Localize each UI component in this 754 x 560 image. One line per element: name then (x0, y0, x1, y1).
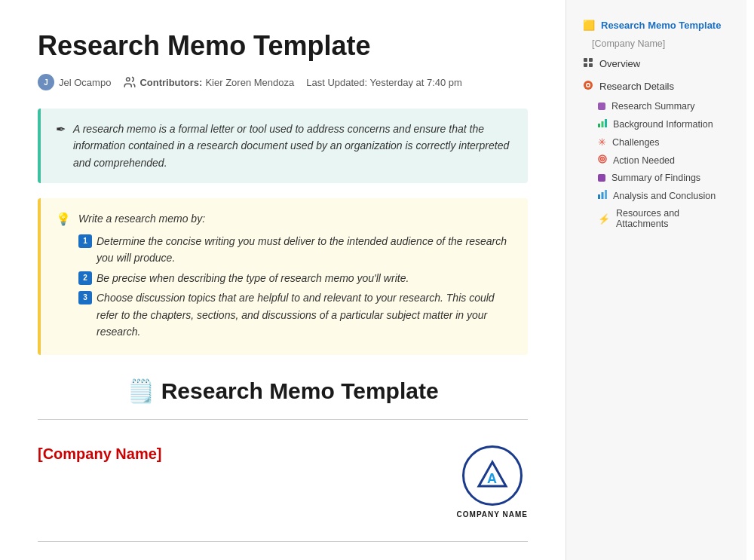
sidebar-item-challenges[interactable]: ✳ Challenges (571, 133, 742, 151)
step-2-num: 2 (78, 271, 92, 285)
contributors-names: Kier Zoren Mendoza (205, 77, 294, 88)
document-title: 🗒️ Research Memo Template (38, 378, 528, 404)
svg-rect-17 (602, 192, 604, 199)
summary-findings-icon (598, 174, 605, 182)
challenges-icon: ✳ (598, 136, 606, 148)
svg-rect-18 (605, 190, 607, 199)
main-content: Research Memo Template J Jel Ocampo Cont… (0, 0, 566, 560)
last-updated-value: Yesterday at 7:40 pm (370, 77, 462, 88)
document-title-row: 🗒️ Research Memo Template (38, 378, 528, 404)
sidebar-company-name[interactable]: [Company Name] (571, 35, 742, 52)
resources-attachments-icon: ⚡ (598, 213, 610, 225)
svg-point-15 (602, 158, 603, 160)
document-title-text: Research Memo Template (161, 378, 439, 403)
step-1: 1 Determine the concise writing you must… (78, 233, 513, 267)
svg-rect-4 (589, 58, 593, 62)
challenges-label: Challenges (612, 137, 660, 148)
resources-attachments-label: Resources and Attachments (616, 208, 730, 229)
sidebar-item-research-summary[interactable]: Research Summary (571, 98, 742, 115)
logo-text: COMPANY NAME (457, 510, 528, 519)
document-section: 🗒️ Research Memo Template [Company Name] (38, 378, 528, 542)
sidebar-top-label: Research Memo Template (601, 20, 721, 31)
contributors-icon (123, 75, 136, 89)
callout-yellow-body: Write a research memo by: 1 Determine th… (78, 210, 513, 343)
company-name-placeholder: [Company Name] (38, 445, 161, 463)
step-2: 2 Be precise when describing the type of… (78, 270, 513, 286)
sidebar-item-summary-findings[interactable]: Summary of Findings (571, 170, 742, 186)
contributors-info: Contributors: Kier Zoren Mendoza (123, 75, 294, 89)
logo-area: A COMPANY NAME (457, 445, 528, 519)
sidebar-company-name-text: [Company Name] (592, 38, 665, 49)
document-divider-bottom (38, 541, 528, 542)
action-needed-label: Action Needed (613, 155, 675, 166)
svg-rect-6 (589, 63, 593, 67)
analysis-conclusion-label: Analysis and Conclusion (613, 191, 716, 201)
svg-rect-16 (598, 194, 600, 199)
background-info-icon (598, 118, 607, 130)
research-summary-icon (598, 103, 605, 110)
action-needed-icon (598, 155, 607, 166)
sidebar-item-resources-attachments[interactable]: ⚡ Resources and Attachments (571, 205, 742, 232)
author-info: J Jel Ocampo (38, 74, 111, 90)
document-body: [Company Name] A COMPANY NAME (38, 438, 528, 534)
contributors-label: Contributors: (139, 77, 202, 88)
step-1-text: Determine the concise writing you must d… (97, 233, 513, 267)
svg-rect-12 (605, 119, 607, 127)
sidebar-item-research-memo[interactable]: 🟨 Research Memo Template (571, 16, 742, 35)
sidebar-item-background-info[interactable]: Background Information (571, 115, 742, 133)
pen-icon: ✒ (56, 122, 66, 136)
callout-yellow: 💡 Write a research memo by: 1 Determine … (38, 198, 528, 355)
callout-teal-text: A research memo is a formal letter or to… (73, 121, 513, 171)
step-3-text: Choose discussion topics that are helpfu… (97, 289, 513, 340)
last-updated: Last Updated: Yesterday at 7:40 pm (306, 77, 462, 88)
sidebar-item-overview[interactable]: Overview (571, 53, 742, 75)
callout-yellow-title: Write a research memo by: (78, 210, 513, 228)
research-summary-label: Research Summary (611, 101, 694, 112)
logo-circle: A (462, 445, 523, 506)
svg-point-9 (587, 84, 590, 87)
company-logo-svg: A (473, 456, 512, 495)
svg-rect-3 (584, 58, 587, 62)
author-name: Jel Ocampo (59, 77, 111, 88)
overview-label: Overview (599, 58, 640, 69)
svg-point-0 (127, 78, 130, 81)
document-title-icon: 🗒️ (127, 378, 155, 403)
step-3-num: 3 (78, 291, 92, 304)
meta-row: J Jel Ocampo Contributors: Kier Zoren Me… (38, 74, 528, 90)
overview-icon (583, 57, 593, 70)
svg-rect-11 (602, 121, 604, 127)
sidebar: 🟨 Research Memo Template [Company Name] … (566, 0, 746, 560)
sidebar-item-analysis-conclusion[interactable]: Analysis and Conclusion (571, 187, 742, 204)
avatar: J (38, 74, 54, 90)
svg-rect-10 (598, 124, 600, 127)
page-title: Research Memo Template (38, 30, 528, 62)
last-updated-label: Last Updated: (306, 77, 367, 88)
step-2-text: Be precise when describing the type of r… (97, 270, 409, 286)
research-memo-icon: 🟨 (583, 20, 595, 31)
step-3: 3 Choose discussion topics that are help… (78, 289, 513, 340)
background-info-label: Background Information (613, 119, 713, 130)
svg-rect-5 (584, 63, 587, 67)
bulb-icon: 💡 (56, 212, 71, 226)
step-1-num: 1 (78, 234, 92, 248)
research-details-icon (583, 80, 593, 93)
sidebar-research-details-header[interactable]: Research Details (571, 75, 742, 97)
document-divider-top (38, 419, 528, 420)
callout-teal: ✒ A research memo is a formal letter or … (38, 109, 528, 183)
research-details-label: Research Details (599, 81, 674, 92)
sidebar-item-action-needed[interactable]: Action Needed (571, 151, 742, 169)
summary-findings-label: Summary of Findings (611, 173, 700, 183)
analysis-conclusion-icon (598, 190, 607, 201)
svg-text:A: A (487, 471, 497, 486)
